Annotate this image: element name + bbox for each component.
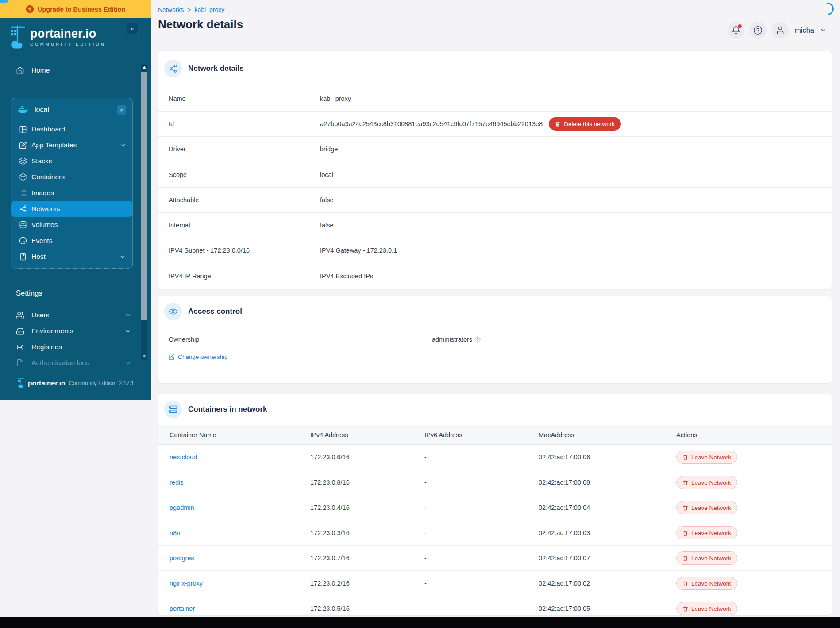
footer-brand: portainer.io [28,379,65,387]
leave-network-button[interactable]: Leave Network [676,577,737,590]
leave-network-label: Leave Network [691,555,731,562]
dashboard-icon [19,125,27,133]
container-link[interactable]: postgres [170,555,310,562]
upgrade-arrow-icon [26,5,34,13]
info-circle-icon [474,336,481,343]
sidebar-item-home[interactable]: Home [0,62,151,78]
access-control-panel: Access control Ownership administrators … [158,296,832,383]
leave-network-button[interactable]: Leave Network [676,551,737,565]
trash-icon [682,480,688,485]
chevron-down-icon [125,328,131,335]
sidebar-item-registries[interactable]: Registries [0,339,151,355]
detail-label: Attachable [169,196,320,204]
mac-cell: 02:42:ac:17:00:02 [539,580,676,587]
mac-cell: 02:42:ac:17:00:03 [539,529,676,536]
detail-label: Driver [169,146,320,153]
table-row: nextcloud 172.23.0.6/16 - 02:42:ac:17:00… [158,445,832,470]
ipv6-cell: - [424,479,539,486]
sidebar-footer: portainer.io Community Edition 2.17.1 [0,366,151,400]
trash-icon [682,505,688,511]
sidebar-collapse-button[interactable]: « [127,23,138,34]
delete-network-button[interactable]: Delete this network [549,117,621,131]
sidebar-item-label: Stacks [31,157,52,165]
page-title: Network details [158,18,243,31]
column-header: IPv4 Address [310,432,424,439]
help-button[interactable] [750,22,767,39]
sidebar-item-images[interactable]: Images [11,185,132,201]
sidebar-item-environments[interactable]: Environments [0,323,151,339]
container-link[interactable]: nextcloud [170,454,310,461]
sidebar-item-volumes[interactable]: Volumes [11,217,132,233]
change-ownership-link[interactable]: Change ownership [158,354,228,360]
detail-label: Scope [169,171,320,178]
bottom-bar [0,617,840,628]
user-menu-chevron-icon[interactable] [820,27,827,34]
upgrade-banner[interactable]: Upgrade to Business Edition [0,0,151,18]
containers-icon-circle [164,401,182,418]
sidebar-item-stacks[interactable]: Stacks [11,153,132,169]
sidebar-item-label: Networks [31,205,60,213]
container-link[interactable]: portainer [170,605,310,612]
sidebar-item-app-templates[interactable]: App Templates [11,137,132,153]
container-link[interactable]: nginx-proxy [170,580,310,587]
leave-network-label: Leave Network [691,505,731,511]
sidebar-item-networks[interactable]: Networks [11,201,132,217]
chevron-down-icon [125,360,131,366]
trash-icon [555,121,561,127]
sidebar-item-label: Authentication logs [31,359,89,367]
scrollbar-up-arrow[interactable] [141,64,147,71]
environment-header[interactable]: local × [11,102,132,117]
container-link[interactable]: n8n [170,529,310,536]
share-network-icon [169,64,177,73]
sidebar-item-label: Containers [31,173,65,181]
ownership-value: administrators [432,336,472,343]
breadcrumb-current-link[interactable]: kabi_proxy [195,6,225,13]
sidebar-item-label: Users [31,311,49,319]
detail-value: IPV4 Excluded IPs [320,273,373,280]
detail-row-name: Name kabi_proxy [158,86,832,112]
trash-icon [682,530,688,536]
leave-network-button[interactable]: Leave Network [676,501,737,514]
portainer-app: Upgrade to Business Edition portainer.io… [0,0,840,628]
sidebar-item-containers[interactable]: Containers [11,169,132,185]
broadcast-icon [16,343,24,351]
change-ownership-label: Change ownership [178,354,228,360]
leave-network-button[interactable]: Leave Network [676,476,737,489]
upgrade-banner-label: Upgrade to Business Edition [38,6,125,13]
file-log-icon [16,359,24,367]
column-header: Actions [676,432,832,439]
detail-value: bridge [320,146,338,153]
leave-network-button[interactable]: Leave Network [676,602,737,615]
username[interactable]: micha [795,26,814,35]
scrollbar-thumb[interactable] [141,72,147,320]
environment-name: local [35,106,111,114]
server-stack-icon [169,405,177,414]
sidebar-item-dashboard[interactable]: Dashboard [11,121,132,137]
environment-box: local × Dashboard App Templates Stacks [11,98,133,269]
notifications-button[interactable] [728,22,744,39]
detail-value: false [320,222,334,229]
detail-row-ipv4-subnet: IPV4 Subnet - 172.23.0.0/16 IPV4 Gateway… [158,238,832,263]
mac-cell: 02:42:ac:17:00:08 [539,479,676,486]
breadcrumb-networks-link[interactable]: Networks [158,6,184,13]
sidebar-item-label: Environments [31,327,73,335]
sidebar-item-host[interactable]: Host [11,249,132,265]
ipv4-cell: 172.23.0.7/16 [310,555,424,562]
server-icon [19,253,27,261]
chevron-down-icon [119,142,126,149]
environment-close-button[interactable]: × [117,105,126,115]
sidebar-item-users[interactable]: Users [0,307,151,323]
detail-row-attachable: Attachable false [158,188,832,213]
user-menu-button[interactable] [772,22,789,39]
sidebar-item-events[interactable]: Events [11,233,132,249]
column-header: MacAddress [539,432,676,439]
chevron-down-icon [119,254,126,260]
footer-edition: Community Edition [69,380,115,386]
leave-network-label: Leave Network [691,454,731,461]
leave-network-button[interactable]: Leave Network [676,526,737,539]
panel-title: Access control [188,307,242,316]
container-link[interactable]: pgadmin [170,504,310,511]
header-actions: micha [728,22,827,39]
container-link[interactable]: redis [170,479,310,486]
leave-network-button[interactable]: Leave Network [676,451,737,464]
